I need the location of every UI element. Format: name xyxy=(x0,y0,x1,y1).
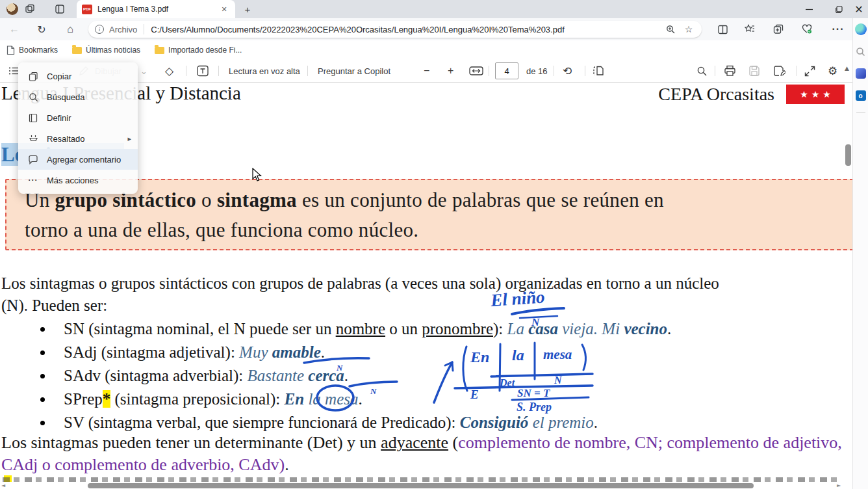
page-view-icon[interactable] xyxy=(593,60,606,82)
horizontal-scrollbar-thumb[interactable] xyxy=(88,483,754,488)
menu-item-label: Más acciones xyxy=(47,176,98,185)
toolbar-divider xyxy=(715,66,715,76)
folder-icon xyxy=(72,47,82,54)
browser-window: PDF Lengua I Tema 3.pdf ✕ + ✕ ← ↻ ⌂ i Ar… xyxy=(0,0,868,489)
sidebar-search-icon[interactable] xyxy=(856,47,865,57)
menu-item-agregar-comentario[interactable]: Agregar comentario xyxy=(18,149,138,170)
bookmark-label: Últimas noticias xyxy=(86,46,140,55)
zoom-out-icon[interactable]: − xyxy=(424,60,429,82)
new-tab-button[interactable]: + xyxy=(242,3,253,15)
home-icon[interactable]: ⌂ xyxy=(62,21,78,37)
horizontal-scrollbar[interactable]: ◄ ► xyxy=(0,482,845,489)
favorite-star-icon[interactable]: ☆ xyxy=(682,23,695,36)
window-minimize-button[interactable] xyxy=(796,0,822,18)
list-item-sn: SN (sintagma nominal, el N puede ser un … xyxy=(0,317,846,341)
info-icon[interactable]: i xyxy=(95,25,104,34)
tab-title: Lengua I Tema 3.pdf xyxy=(97,5,218,14)
profile-avatar[interactable] xyxy=(6,3,18,15)
menu-item-label: Agregar comentario xyxy=(47,155,121,165)
closing-paragraph: Los sintagmas pueden tener un determinan… xyxy=(1,432,849,476)
settings-gear-icon[interactable]: ⚙ xyxy=(828,60,837,82)
menu-item-busqueda[interactable]: Búsqueda xyxy=(18,86,138,107)
browser-essentials-icon[interactable] xyxy=(799,21,815,37)
ask-copilot-button[interactable]: Preguntar a Copilot xyxy=(318,60,390,82)
rotate-icon[interactable]: ⟲ xyxy=(563,60,572,82)
save-as-icon[interactable] xyxy=(773,60,785,82)
copilot-icon[interactable] xyxy=(855,23,867,35)
read-aloud-button[interactable]: Lectura en voz alta xyxy=(229,60,300,82)
bookmark-item[interactable]: Bookmarks xyxy=(6,46,58,55)
save-icon xyxy=(748,60,760,82)
favorites-icon[interactable] xyxy=(742,21,758,37)
intro-paragraph: Los sintagmas o grupos sintácticos con g… xyxy=(1,272,847,317)
context-menu: Copiar Búsqueda Definir Resaltado ▸ Ag xyxy=(18,62,138,194)
sidebar-app-icon[interactable] xyxy=(856,68,866,79)
toolbar-divider xyxy=(218,66,219,76)
zoom-in-icon[interactable]: + xyxy=(448,60,453,82)
search-document-icon[interactable] xyxy=(696,60,708,82)
page-count-label: de 16 xyxy=(526,60,548,82)
address-bar[interactable]: i Archivo C:/Users/Alumno/Documents/2022… xyxy=(88,21,702,38)
toolbar-divider xyxy=(585,66,585,76)
book-icon xyxy=(27,112,39,124)
page-icon xyxy=(6,46,15,55)
browser-tab[interactable]: PDF Lengua I Tema 3.pdf ✕ xyxy=(77,0,235,18)
menu-item-mas-acciones[interactable]: ··· Más acciones xyxy=(18,170,138,191)
vertical-tabs-icon[interactable] xyxy=(55,4,65,14)
definition-line2: torno a una de ellas, que funciona como … xyxy=(25,215,852,245)
scroll-left-icon[interactable]: ◄ xyxy=(1,482,5,488)
yellow-highlight: * xyxy=(103,390,111,408)
menu-item-label: Búsqueda xyxy=(47,92,85,102)
highlighter-icon xyxy=(27,133,39,144)
menu-item-label: Copiar xyxy=(47,72,71,81)
window-close-button[interactable]: ✕ xyxy=(850,0,868,18)
pdf-file-icon: PDF xyxy=(82,5,92,14)
refresh-icon[interactable]: ↻ xyxy=(34,21,49,37)
eraser-icon[interactable]: ◇ xyxy=(165,60,173,82)
list-item-sv: SV (sintagma verbal, que siempre funcion… xyxy=(0,411,846,434)
tab-close-icon[interactable]: ✕ xyxy=(218,3,230,15)
fullscreen-icon[interactable] xyxy=(804,60,815,82)
collections-icon[interactable] xyxy=(771,21,786,37)
bookmarks-bar: Bookmarks Últimas noticias Importado des… xyxy=(0,40,852,60)
window-maximize-button[interactable] xyxy=(826,0,852,18)
address-divider xyxy=(144,24,144,34)
toolbar-divider xyxy=(489,66,489,76)
menu-item-label: Definir xyxy=(47,113,71,123)
page-number-input[interactable]: 4 xyxy=(495,62,518,79)
copy-icon xyxy=(27,70,39,82)
fit-to-width-icon[interactable] xyxy=(469,60,483,82)
navigation-bar: ← ↻ ⌂ i Archivo C:/Users/Alumno/Document… xyxy=(0,18,852,40)
menu-item-definir[interactable]: Definir xyxy=(18,107,138,128)
ellipsis-icon: ··· xyxy=(27,174,39,186)
back-icon[interactable]: ← xyxy=(6,21,22,37)
mouse-cursor xyxy=(252,168,264,182)
comment-icon xyxy=(27,153,39,165)
address-prefix: Archivo xyxy=(109,25,137,34)
title-bar: PDF Lengua I Tema 3.pdf ✕ + ✕ xyxy=(0,0,868,18)
tab-search-icon[interactable] xyxy=(25,4,35,14)
sidebar-divider xyxy=(856,112,865,113)
toolbar-divider xyxy=(554,66,554,76)
print-icon[interactable] xyxy=(724,60,736,82)
madrid-flag: ★★★ xyxy=(786,85,845,104)
menu-item-resaltado[interactable]: Resaltado ▸ xyxy=(18,128,138,149)
address-url[interactable]: C:/Users/Alumno/Documents/20222023%20CEP… xyxy=(151,25,659,34)
menu-item-copiar[interactable]: Copiar xyxy=(18,66,138,86)
split-screen-icon[interactable] xyxy=(715,21,730,37)
outlook-icon[interactable]: o xyxy=(856,90,866,101)
vertical-scrollbar-thumb[interactable] xyxy=(845,144,851,166)
doc-header-right: CEPA Orcasitas xyxy=(658,84,774,105)
zoom-page-icon[interactable] xyxy=(664,23,677,36)
scroll-up-icon[interactable]: ▲ xyxy=(845,57,849,79)
add-text-icon[interactable] xyxy=(196,60,209,82)
more-options-icon[interactable]: ··· xyxy=(830,21,846,37)
bookmark-folder[interactable]: Importado desde Fi... xyxy=(155,46,242,55)
scroll-right-icon[interactable]: ► xyxy=(837,482,841,488)
menu-item-label: Resaltado xyxy=(47,134,85,144)
bookmark-folder[interactable]: Últimas noticias xyxy=(72,46,140,55)
list-item-sadv: SAdv (sintagma adverbial): Bastante cerc… xyxy=(0,364,846,388)
clipped-text-line xyxy=(3,477,838,482)
definition-line1: Un grupo sintáctico o sintagma es un con… xyxy=(25,185,852,215)
chevron-down-icon[interactable]: ⌄ xyxy=(140,60,147,82)
